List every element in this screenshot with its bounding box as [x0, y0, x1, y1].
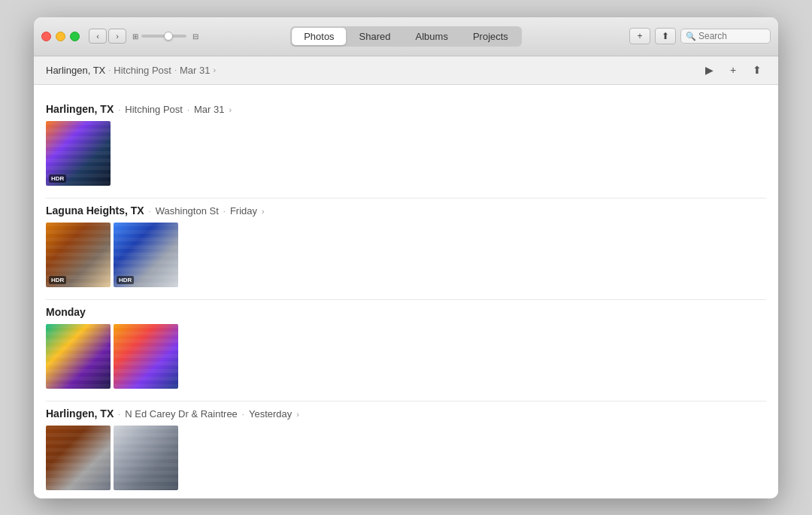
photo-canvas-p7: [114, 426, 178, 490]
section-city-sec4: Harlingen, TX: [46, 407, 114, 420]
section-date-sec4: Yesterday: [249, 408, 292, 420]
forward-button[interactable]: ›: [108, 29, 126, 44]
section-city-sec1: Harlingen, TX: [46, 103, 114, 115]
zoom-in-icon: ⊟: [192, 32, 198, 41]
tab-shared[interactable]: Shared: [347, 28, 403, 45]
section-header-sec1: Harlingen, TX·Hitching Post·Mar 31›: [46, 97, 766, 115]
tab-albums[interactable]: Albums: [404, 28, 460, 45]
add-to-album-button[interactable]: +: [724, 61, 742, 79]
search-box[interactable]: 🔍: [680, 29, 771, 44]
section-date-sec2: Friday: [230, 205, 257, 217]
traffic-lights: [41, 32, 80, 41]
back-button[interactable]: ‹: [89, 29, 107, 44]
maximize-button[interactable]: [70, 32, 80, 41]
main-window: ‹ › ⊞ ⊟ Photos Shared Albums Projects + …: [34, 17, 778, 498]
section-header-sec2: Laguna Heights, TX·Washington St·Friday›: [46, 198, 766, 217]
photo-p7[interactable]: [114, 426, 178, 490]
sections-container: Harlingen, TX·Hitching Post·Mar 31›HDRLa…: [46, 97, 766, 490]
photo-p6[interactable]: [46, 426, 111, 490]
hdr-badge-p1: HDR: [49, 174, 66, 183]
section-sec2: Laguna Heights, TX·Washington St·Friday›…: [46, 198, 766, 287]
section-dot-sec4: ·: [118, 410, 120, 419]
breadcrumb-date[interactable]: Mar 31: [180, 65, 210, 76]
photo-p3[interactable]: HDR: [114, 223, 178, 287]
section-location-sec1: Hitching Post: [125, 104, 183, 115]
section-dot-sec1: ·: [118, 105, 120, 114]
breadcrumb-arrow: ›: [213, 65, 216, 74]
minimize-button[interactable]: [56, 32, 65, 41]
share-button[interactable]: ⬆: [655, 28, 676, 44]
share-section-button[interactable]: ⬆: [748, 61, 766, 79]
tab-projects[interactable]: Projects: [461, 28, 520, 45]
share-icon: ⬆: [662, 31, 669, 41]
zoom-thumb[interactable]: [164, 32, 173, 41]
breadcrumb-city[interactable]: Harlingen, TX: [46, 65, 105, 76]
photo-p5[interactable]: [114, 324, 178, 389]
photo-canvas-p4: [46, 324, 111, 389]
titlebar-right: + ⬆ 🔍: [629, 28, 771, 44]
section-sec4: Harlingen, TX·N Ed Carey Dr & Raintree·Y…: [46, 401, 766, 490]
section-city-sec2: Laguna Heights, TX: [46, 204, 144, 217]
search-input[interactable]: [698, 31, 766, 41]
photos-row-sec1: HDR: [46, 121, 766, 186]
section-date-sec1: Mar 31: [194, 104, 224, 115]
secondary-bar: Harlingen, TX · Hitching Post · Mar 31 ›…: [34, 56, 778, 85]
section-arrow-sec2: ›: [262, 207, 265, 216]
section-location-sec4: N Ed Carey Dr & Raintree: [125, 408, 238, 420]
section-dot2-sec2: ·: [223, 207, 226, 216]
section-sec1: Harlingen, TX·Hitching Post·Mar 31›HDR: [46, 97, 766, 186]
hdr-badge-p2: HDR: [49, 276, 66, 284]
secondary-right: ▶ + ⬆: [700, 61, 766, 79]
section-dot2-sec4: ·: [242, 410, 244, 419]
section-sec3: Monday: [46, 299, 766, 389]
photos-row-sec2: HDRHDR: [46, 223, 766, 287]
search-icon: 🔍: [686, 32, 696, 41]
hdr-badge-p3: HDR: [117, 276, 134, 284]
breadcrumb-location[interactable]: Hitching Post: [114, 65, 171, 76]
section-dot2-sec1: ·: [187, 105, 189, 114]
section-city-sec3: Monday: [46, 306, 86, 318]
breadcrumb-sep1: ·: [108, 65, 111, 74]
photo-p1[interactable]: HDR: [46, 121, 111, 186]
nav-buttons: ‹ ›: [89, 29, 126, 44]
section-arrow-sec1: ›: [229, 105, 232, 114]
titlebar: ‹ › ⊞ ⊟ Photos Shared Albums Projects + …: [34, 17, 778, 56]
close-button[interactable]: [41, 32, 51, 41]
section-location-sec2: Washington St: [156, 205, 219, 217]
zoom-slider[interactable]: [141, 35, 186, 38]
zoom-out-icon: ⊞: [132, 32, 138, 41]
add-button[interactable]: +: [629, 28, 650, 44]
photo-p4[interactable]: [46, 324, 111, 389]
tab-group: Photos Shared Albums Projects: [290, 26, 522, 47]
content-area: Harlingen, TX·Hitching Post·Mar 31›HDRLa…: [34, 85, 778, 498]
photos-row-sec3: [46, 324, 766, 389]
photo-p2[interactable]: HDR: [46, 223, 111, 287]
section-dot-sec2: ·: [149, 207, 151, 216]
photo-canvas-p6: [46, 426, 111, 490]
zoom-slider-area: ⊞ ⊟: [132, 32, 198, 41]
breadcrumb-sep2: ·: [174, 65, 177, 74]
tab-photos[interactable]: Photos: [292, 28, 346, 45]
breadcrumb: Harlingen, TX · Hitching Post · Mar 31 ›: [46, 65, 216, 76]
section-header-sec4: Harlingen, TX·N Ed Carey Dr & Raintree·Y…: [46, 401, 766, 420]
section-arrow-sec4: ›: [296, 410, 299, 419]
photo-canvas-p5: [114, 324, 178, 389]
photos-row-sec4: [46, 426, 766, 490]
play-button[interactable]: ▶: [700, 61, 718, 79]
section-header-sec3: Monday: [46, 299, 766, 318]
